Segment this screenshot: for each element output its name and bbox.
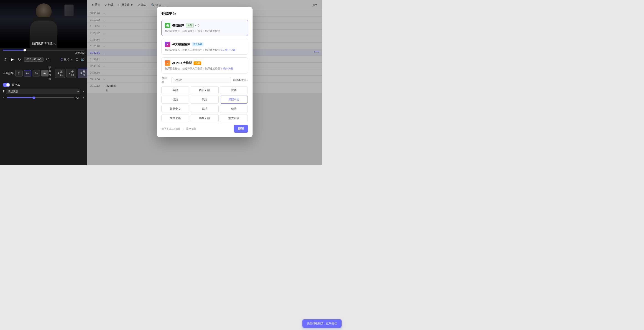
- localize-button[interactable]: 翻譯本地化 ≡: [233, 78, 248, 82]
- original-sub-toggle[interactable]: [3, 83, 10, 87]
- progress-area: 00:06:32: [0, 48, 87, 55]
- ai-plus-desc: 翻譯質量極佳，接近專業人工翻譯；翻譯速度較慢 2 積分/分鐘: [165, 67, 244, 70]
- lang-ru[interactable]: 俄語: [190, 96, 218, 104]
- size-minus-label: A-: [3, 96, 5, 99]
- style-button[interactable]: ⬡ 樣式 ▲: [60, 57, 72, 61]
- effect-shadow-button[interactable]: Aa: [24, 70, 31, 76]
- play-button[interactable]: ▶: [10, 56, 15, 62]
- size-plus-label: A+: [76, 96, 80, 99]
- lang-pt[interactable]: 葡萄牙語: [190, 114, 218, 122]
- lang-it[interactable]: 意大利語: [220, 114, 248, 122]
- rewind-button[interactable]: ↺: [3, 57, 8, 62]
- original-sub-label: 原字幕: [12, 83, 20, 87]
- crop-button[interactable]: ⊡: [76, 57, 78, 61]
- translation-modal: 翻譯平台 機 機器翻譯 免費 i 翻譯質量尚可，結果需要人工修改；翻譯速度極快 …: [157, 7, 252, 137]
- credits-info: 餘下 519.22 積分 | 需 0 積分: [162, 127, 196, 130]
- ai-model-name: AI大模型翻譯: [172, 42, 190, 46]
- translate-to-label: 翻譯為: [162, 76, 170, 84]
- lang-ja[interactable]: 日語: [190, 105, 218, 113]
- lang-ko[interactable]: 韓語: [220, 105, 248, 113]
- lang-zh-tw[interactable]: 繁體中文: [162, 105, 190, 113]
- lang-ar[interactable]: 阿拉伯語: [162, 114, 190, 122]
- time-display: 00:06:32: [3, 51, 84, 54]
- left-panel: 他們收貨準備抓人 00:06:32 ↺ ▶ ↻ 1.0x ⬡ 樣式 ▲ ⊡ 🔊: [0, 0, 87, 165]
- pos-middle-button[interactable]: ⬥ 中間: [66, 69, 76, 78]
- effect-none-button[interactable]: ⊘: [15, 70, 22, 76]
- effect-box-button[interactable]: Aa: [41, 70, 48, 76]
- ai-plus-header: AI AI Plus 大模型 PRO: [165, 60, 244, 66]
- playback-controls: ↺ ▶ ↻ 1.0x ⬡ 樣式 ▲ ⊡ 🔊: [0, 55, 87, 64]
- pos-top-button[interactable]: ⬆ 頂部: [55, 69, 65, 78]
- language-search-input[interactable]: [171, 77, 232, 83]
- lang-zh-cn[interactable]: 簡體中文: [220, 96, 248, 104]
- style-icon: ⬡: [60, 57, 63, 61]
- font-icon: T: [3, 90, 4, 93]
- language-grid: 英語 西班牙語 法語 德語 俄語 簡體中文 繁體中文 日語 韓語 阿拉伯語 葡萄…: [162, 86, 248, 122]
- progress-bar[interactable]: [3, 50, 84, 50]
- speed-button[interactable]: 1.0x: [46, 58, 50, 61]
- translate-confirm-button[interactable]: 翻譯: [234, 125, 248, 133]
- right-panel: ≡ 重排 ⟳ 翻譯 ⊡ 原字幕 ▼ ◎ 識人 🔍 查找 ... ⊞▼ 00:30…: [87, 0, 322, 165]
- size-dropdown-arrow: ▼: [82, 96, 84, 99]
- machine-desc: 翻譯質量尚可，結果需要人工修改；翻譯速度極快: [165, 29, 244, 33]
- machine-name: 機器翻譯: [172, 23, 184, 27]
- subtitle-controls: 字幕效果 ⊘ Aa Aa Aa 字幕位置 ⬆ 頂部 ⬥ 中間 ⬇ 底部: [0, 64, 87, 165]
- translate-to-header: 翻譯為 翻譯本地化 ≡: [162, 76, 248, 84]
- original-sub-row: 原字幕: [3, 83, 84, 87]
- forward-button[interactable]: ↻: [17, 57, 22, 62]
- pos-top-icon: ⬆: [58, 72, 60, 75]
- ai-model-desc: 翻譯質量優秀，接近人工翻譯水平；翻譯速度較快 0.5 積分/分鐘: [165, 48, 244, 52]
- pos-middle-icon: ⬥: [69, 72, 70, 75]
- machine-header: 機 機器翻譯 免費 i: [165, 23, 244, 28]
- modal-overlay: 翻譯平台 機 機器翻譯 免費 i 翻譯質量尚可，結果需要人工修改；翻譯速度極快 …: [87, 0, 322, 165]
- effect-outline-button[interactable]: Aa: [32, 70, 40, 76]
- pos-bottom-icon: ⬇: [80, 72, 82, 75]
- modal-title: 翻譯平台: [162, 11, 248, 16]
- subtitle-effects-row: 字幕效果 ⊘ Aa Aa Aa 字幕位置 ⬆ 頂部 ⬥ 中間 ⬇ 底部: [3, 65, 84, 81]
- effect-buttons: ⊘ Aa Aa Aa: [15, 70, 48, 76]
- video-area: 他們收貨準備抓人: [0, 0, 87, 48]
- ai-model-badge: 首次免費: [192, 42, 204, 46]
- video-overlay: [0, 0, 87, 48]
- machine-icon: 機: [165, 23, 170, 28]
- translate-to-section: 翻譯為 翻譯本地化 ≡ 英語 西班牙語 法語 德語 俄語 簡體中文 繁體中文: [162, 76, 248, 122]
- audio-button[interactable]: 🔊: [80, 57, 84, 61]
- size-slider[interactable]: [7, 97, 74, 98]
- style-dropdown-icon: ▲: [70, 58, 72, 61]
- font-row: T 思源黑體 ▼: [3, 89, 84, 94]
- progress-thumb: [24, 49, 26, 51]
- pos-bottom-button[interactable]: ⬇ 底部: [78, 69, 88, 78]
- font-select[interactable]: 思源黑體: [6, 89, 80, 94]
- ai-model-icon: AI: [165, 42, 170, 47]
- font-dropdown-arrow: ▼: [82, 90, 84, 93]
- ai-plus-card[interactable]: AI AI Plus 大模型 PRO 翻譯質量極佳，接近專業人工翻譯；翻譯速度較…: [162, 57, 248, 73]
- ai-plus-icon: AI: [165, 60, 170, 66]
- video-subtitle: 他們收貨準備抓人: [0, 41, 87, 45]
- machine-translation-card[interactable]: 機 機器翻譯 免費 i 翻譯質量尚可，結果需要人工修改；翻譯速度極快: [162, 20, 248, 36]
- ai-model-header: AI AI大模型翻譯 首次免費: [165, 42, 244, 47]
- localize-icon: ≡: [246, 79, 248, 81]
- machine-info-icon[interactable]: i: [196, 24, 199, 27]
- ai-plus-name: AI Plus 大模型: [172, 61, 192, 65]
- lang-de[interactable]: 德語: [162, 96, 190, 104]
- machine-badge: 免費: [186, 23, 194, 28]
- ai-model-card[interactable]: AI AI大模型翻譯 首次免費 翻譯質量優秀，接近人工翻譯水平；翻譯速度較快 0…: [162, 39, 248, 55]
- position-buttons: ⬆ 頂部 ⬥ 中間 ⬇ 底部: [55, 69, 88, 78]
- time-input[interactable]: [24, 57, 44, 62]
- lang-fr[interactable]: 法語: [220, 86, 248, 94]
- modal-footer: 餘下 519.22 積分 | 需 0 積分 翻譯: [162, 125, 248, 133]
- credits-sep: |: [183, 127, 184, 130]
- progress-fill: [3, 50, 25, 50]
- ai-plus-badge: PRO: [194, 61, 201, 65]
- size-row: A- A+ ▼: [3, 96, 84, 99]
- lang-es[interactable]: 西班牙語: [190, 86, 218, 94]
- lang-en[interactable]: 英語: [162, 86, 190, 94]
- effects-label: 字幕效果: [3, 71, 15, 75]
- position-label: 字幕位置: [48, 65, 51, 81]
